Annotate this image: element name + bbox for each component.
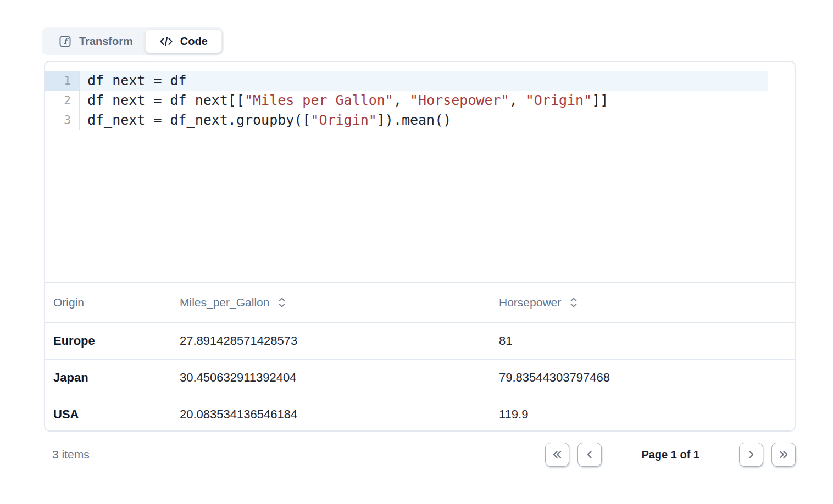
tab-code-label: Code	[180, 35, 208, 48]
code-line-content: df_next = df_next[["Miles_per_Gallon", "…	[80, 91, 795, 110]
column-header-horsepower[interactable]: Horsepower	[499, 296, 795, 309]
items-count: 3 items	[52, 448, 90, 461]
cell-miles_per_gallon: 27.891428571428573	[180, 334, 499, 348]
double-chevron-right-icon	[778, 449, 790, 460]
cell-origin: Europe	[45, 334, 180, 348]
line-number: 3	[45, 110, 80, 130]
first-page-button[interactable]	[545, 443, 569, 467]
column-header-origin: Origin	[45, 296, 180, 309]
code-token: df_next = df_next.groupby([	[87, 112, 310, 128]
code-line[interactable]: 1df_next = df	[45, 71, 795, 91]
code-line-content: df_next = df_next.groupby(["Origin"]).me…	[80, 110, 795, 130]
code-token: df_next = df	[87, 72, 187, 88]
cell-horsepower: 79.83544303797468	[499, 371, 795, 385]
tab-code[interactable]: Code	[145, 29, 222, 53]
code-line[interactable]: 3df_next = df_next.groupby(["Origin"]).m…	[45, 110, 795, 130]
column-header-miles_per_gallon[interactable]: Miles_per_Gallon	[180, 296, 499, 309]
code-token: ]).mean()	[377, 112, 451, 128]
code-token: ,	[509, 92, 526, 108]
code-lines: 1df_next = df2df_next = df_next[["Miles_…	[45, 71, 795, 130]
cell-miles_per_gallon: 20.083534136546184	[180, 407, 499, 422]
string-token: "Horsepower"	[410, 92, 509, 108]
transform-panel: 1df_next = df2df_next = df_next[["Miles_…	[44, 61, 796, 432]
string-token: "Origin"	[526, 92, 592, 108]
svg-text:f: f	[64, 37, 69, 46]
prev-page-button[interactable]	[577, 443, 602, 467]
code-token: df_next = df_next[[	[87, 92, 245, 108]
sort-icon[interactable]	[569, 296, 579, 309]
chevron-right-icon	[746, 449, 757, 460]
line-number: 2	[45, 91, 80, 110]
result-table: OriginMiles_per_GallonHorsepower Europe2…	[45, 283, 795, 432]
last-page-button[interactable]	[771, 443, 796, 467]
code-token: ]]	[592, 92, 608, 108]
column-label: Miles_per_Gallon	[180, 296, 269, 309]
function-icon: f	[59, 36, 71, 47]
column-label: Horsepower	[499, 296, 561, 309]
cell-horsepower: 81	[499, 334, 795, 348]
cell-origin: USA	[45, 407, 180, 422]
table-row[interactable]: Japan30.45063291139240479.83544303797468	[45, 360, 795, 396]
code-icon	[159, 36, 173, 47]
line-number: 1	[45, 71, 80, 91]
chevron-left-icon	[584, 449, 595, 460]
table-body: Europe27.89142857142857381Japan30.450632…	[45, 323, 795, 432]
tab-transform-label: Transform	[79, 35, 133, 48]
table-row[interactable]: USA20.083534136546184119.9	[45, 396, 795, 432]
double-chevron-left-icon	[551, 449, 563, 460]
column-label: Origin	[53, 296, 84, 309]
cell-miles_per_gallon: 30.450632911392404	[180, 371, 499, 385]
string-token: "Origin"	[310, 112, 376, 128]
cell-horsepower: 119.9	[499, 407, 795, 422]
view-mode-toggle: f Transform Code	[42, 27, 224, 55]
next-page-button[interactable]	[739, 443, 763, 467]
pagination: Page 1 of 1	[545, 443, 796, 467]
table-header-row: OriginMiles_per_GallonHorsepower	[45, 283, 795, 323]
code-line[interactable]: 2df_next = df_next[["Miles_per_Gallon", …	[45, 91, 795, 110]
sort-icon[interactable]	[277, 296, 287, 309]
string-token: "Miles_per_Gallon"	[245, 92, 393, 108]
code-editor[interactable]: 1df_next = df2df_next = df_next[["Miles_…	[45, 62, 795, 283]
page-indicator: Page 1 of 1	[641, 449, 699, 461]
table-row[interactable]: Europe27.89142857142857381	[45, 323, 795, 360]
table-footer: 3 items Page 1 of 1	[44, 439, 796, 470]
code-token: ,	[393, 92, 410, 108]
code-line-content: df_next = df	[80, 71, 795, 91]
cell-origin: Japan	[45, 371, 180, 385]
tab-transform[interactable]: f Transform	[43, 27, 145, 55]
